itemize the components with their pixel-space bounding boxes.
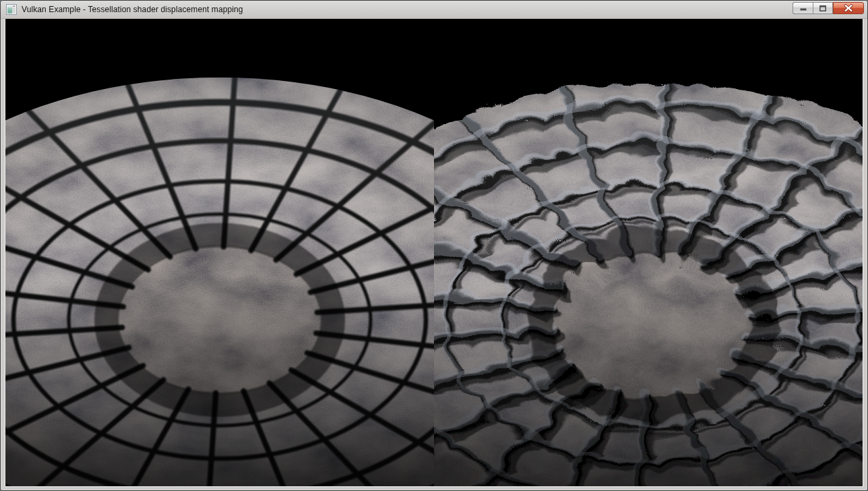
maximize-icon	[819, 5, 827, 12]
application-window: Vulkan Example - Tessellation shader dis…	[0, 0, 868, 491]
maximize-button[interactable]	[813, 2, 833, 14]
torus-render-1	[434, 19, 863, 486]
titlebar[interactable]: Vulkan Example - Tessellation shader dis…	[1, 1, 867, 19]
minimize-icon	[799, 5, 807, 11]
close-icon	[844, 4, 853, 12]
torus-render-0	[5, 19, 434, 486]
window-title: Vulkan Example - Tessellation shader dis…	[22, 5, 863, 14]
minimize-button[interactable]	[793, 2, 813, 14]
close-button[interactable]	[833, 2, 864, 14]
application-window-icon	[6, 4, 17, 15]
viewport-torus-displaced[interactable]	[434, 19, 863, 486]
viewport-torus-flat[interactable]	[5, 19, 434, 486]
window-controls	[793, 2, 864, 14]
render-client-area	[5, 19, 863, 487]
